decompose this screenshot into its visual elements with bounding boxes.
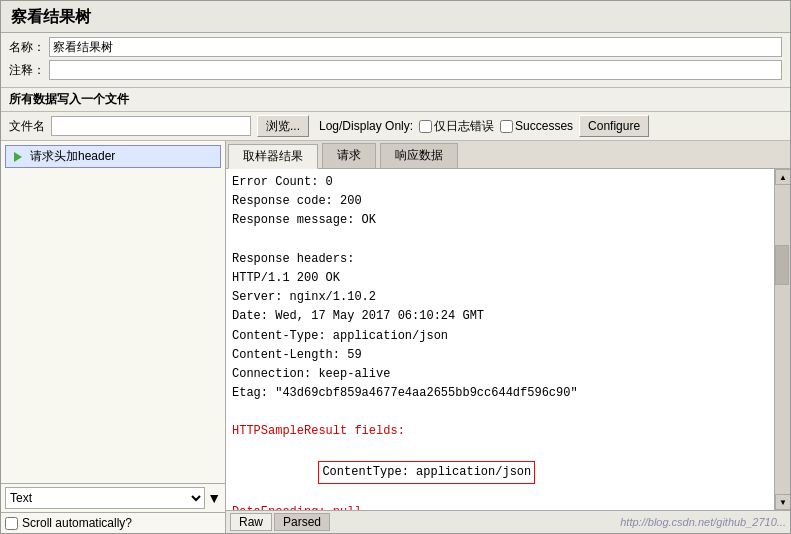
line-response-message: Response message: OK xyxy=(232,211,768,230)
scroll-up-button[interactable]: ▲ xyxy=(775,169,790,185)
file-label: 文件名 xyxy=(9,118,45,135)
parsed-tab[interactable]: Parsed xyxy=(274,513,330,531)
tab-request[interactable]: 请求 xyxy=(322,143,376,168)
errors-checkbox[interactable] xyxy=(419,120,432,133)
name-input[interactable] xyxy=(49,37,782,57)
left-panel: 请求头加header Text ▼ Scroll automatically? xyxy=(1,141,226,533)
line-server: Server: nginx/1.10.2 xyxy=(232,288,768,307)
page-title: 察看结果树 xyxy=(11,8,91,25)
raw-parsed-tabs: Raw Parsed xyxy=(230,513,330,531)
comment-label: 注释： xyxy=(9,62,45,79)
triangle-icon xyxy=(14,152,22,162)
bottom-bar: Raw Parsed http://blog.csdn.net/github_2… xyxy=(226,510,790,533)
line-http11: HTTP/1.1 200 OK xyxy=(232,269,768,288)
line-response-code: Response code: 200 xyxy=(232,192,768,211)
name-row: 名称： xyxy=(9,37,782,57)
line-http-sample-result: HTTPSampleResult fields: xyxy=(232,422,768,441)
line-error-count: Error Count: 0 xyxy=(232,173,768,192)
raw-tab[interactable]: Raw xyxy=(230,513,272,531)
dropdown-arrow-icon[interactable]: ▼ xyxy=(207,490,221,506)
line-content-length: Content-Length: 59 xyxy=(232,346,768,365)
title-bar: 察看结果树 xyxy=(1,1,790,33)
log-display-label: Log/Display Only: xyxy=(319,119,413,133)
file-section-header: 所有数据写入一个文件 xyxy=(1,88,790,112)
tabs-bar: 取样器结果 请求 响应数据 xyxy=(226,141,790,169)
text-content[interactable]: Error Count: 0 Response code: 200 Respon… xyxy=(226,169,774,510)
scroll-checkbox-row: Scroll automatically? xyxy=(1,512,225,533)
left-bottom: Text ▼ xyxy=(1,483,225,512)
scrollbar: ▲ ▼ xyxy=(774,169,790,510)
successes-checkbox-label[interactable]: Successes xyxy=(500,119,573,133)
browse-button[interactable]: 浏览... xyxy=(257,115,309,137)
log-options: Log/Display Only: 仅日志错误 Successes Config… xyxy=(319,115,649,137)
line-response-headers: Response headers: xyxy=(232,250,768,269)
line-date: Date: Wed, 17 May 2017 06:10:24 GMT xyxy=(232,307,768,326)
comment-input[interactable] xyxy=(49,60,782,80)
tree-area: 请求头加header xyxy=(1,141,225,483)
line-etag: Etag: "43d69cbf859a4677e4aa2655bb9cc644d… xyxy=(232,384,768,403)
watermark: http://blog.csdn.net/github_2710... xyxy=(620,516,786,528)
file-row: 文件名 浏览... Log/Display Only: 仅日志错误 Succes… xyxy=(1,112,790,141)
tab-sampler-result[interactable]: 取样器结果 xyxy=(228,144,318,169)
line-connection: Connection: keep-alive xyxy=(232,365,768,384)
text-select[interactable]: Text xyxy=(5,487,205,509)
form-section: 名称： 注释： xyxy=(1,33,790,88)
line-blank1 xyxy=(232,231,768,250)
scroll-label: Scroll automatically? xyxy=(22,516,132,530)
errors-checkbox-label[interactable]: 仅日志错误 xyxy=(419,118,494,135)
line-content-type: Content-Type: application/json xyxy=(232,327,768,346)
configure-button[interactable]: Configure xyxy=(579,115,649,137)
line-content-type-value: ContentType: application/json xyxy=(232,442,768,504)
comment-row: 注释： xyxy=(9,60,782,80)
scroll-track xyxy=(775,185,790,494)
line-blank2 xyxy=(232,403,768,422)
tree-item-label: 请求头加header xyxy=(30,148,115,165)
right-panel: 取样器结果 请求 响应数据 Error Count: 0 Response co… xyxy=(226,141,790,533)
successes-checkbox[interactable] xyxy=(500,120,513,133)
tree-item[interactable]: 请求头加header xyxy=(5,145,221,168)
file-input[interactable] xyxy=(51,116,251,136)
name-label: 名称： xyxy=(9,39,45,56)
scroll-thumb[interactable] xyxy=(775,245,789,285)
main-content: 请求头加header Text ▼ Scroll automatically? … xyxy=(1,141,790,533)
content-type-box: ContentType: application/json xyxy=(318,461,535,484)
tab-response-data[interactable]: 响应数据 xyxy=(380,143,458,168)
errors-label: 仅日志错误 xyxy=(434,118,494,135)
scroll-down-button[interactable]: ▼ xyxy=(775,494,790,510)
tree-item-icon xyxy=(10,149,26,165)
main-window: 察看结果树 名称： 注释： 所有数据写入一个文件 文件名 浏览... Log/D… xyxy=(0,0,791,534)
successes-label: Successes xyxy=(515,119,573,133)
line-data-encoding: DataEncoding: null xyxy=(232,503,768,510)
scroll-checkbox[interactable] xyxy=(5,517,18,530)
content-area: Error Count: 0 Response code: 200 Respon… xyxy=(226,169,790,510)
